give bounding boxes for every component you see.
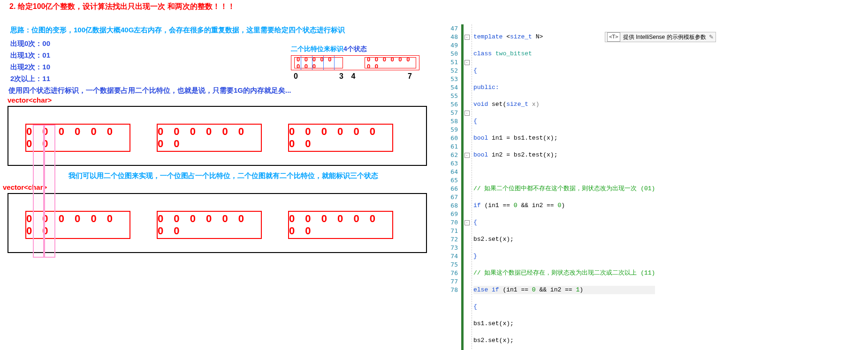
code-line-56: // 如果二个位图中都不存在这个数据，则状态改为出现一次 (01): [473, 185, 655, 193]
idea-text: 思路：位图的变形，100亿数据大概40G左右内存，会存在很多的重复数据，这里需要…: [10, 26, 439, 35]
mini-diagram: 二个比特位来标识4个状态 0 0 0 0 0 0 0 0 0 0 0 0 0 0…: [291, 45, 432, 81]
code-line-53: bool in1 = bs1.test(x);: [473, 134, 655, 142]
mini-caption: 二个比特位来标识4个状态: [291, 45, 432, 53]
code-body[interactable]: template <size_t N> <T> 提供 IntelliSense …: [473, 24, 655, 350]
tooltip-text: 提供 IntelliSense 的示例模板参数: [623, 33, 706, 41]
bitmap-1: 0 0 0 0 0 0 0 0 0 0 0 0 0 0 0 0 0 0 0 0 …: [8, 106, 427, 166]
code-line-55: [473, 168, 655, 176]
byte-2-2: 0 0 0 0 0 0 0 0: [288, 211, 393, 239]
mini-num-4: 4: [343, 72, 363, 81]
byte-1-1: 0 0 0 0 0 0 0 0: [157, 124, 262, 152]
bitmap-2: 0 0 0 0 0 0 0 0 0 0 0 0 0 0 0 0 0 0 0 0 …: [8, 193, 427, 253]
byte-1-0: 0 0 0 0 0 0 0 0: [25, 124, 130, 152]
byte-2-0: 0 0 0 0 0 0 0 0: [25, 211, 130, 239]
code-line-57: if (in1 == 0 && in2 == 0): [473, 201, 655, 210]
code-line-65: bs2.set(x);: [473, 336, 655, 345]
code-line-64: bs1.set(x);: [473, 320, 655, 328]
indent-guide: [472, 24, 472, 350]
byte-1-2: 0 0 0 0 0 0 0 0: [288, 124, 393, 152]
edit-icon[interactable]: ✎: [709, 33, 714, 41]
code-line-52: {: [473, 117, 655, 126]
fold-column[interactable]: - - - - -: [464, 24, 470, 350]
use-four-states: 使用四个状态进行标识，一个数据要占用二个比特位，也就是说，只需要1G的内存就足矣…: [8, 86, 439, 95]
code-line-58: {: [473, 218, 655, 227]
vector-char-label-1: vector<char>: [8, 96, 439, 104]
mini-row: 0 0 0 0 0 0 0 0 0 0 0 0 0 0 0 0: [291, 55, 419, 70]
code-line-59: bs2.set(x);: [473, 235, 655, 244]
code-line-51: void set(size_t x): [473, 100, 655, 109]
line-number-gutter: 47484950 51525354 55565758 59606162 6364…: [444, 24, 460, 350]
code-line-47: template <size_t N> <T> 提供 IntelliSense …: [473, 33, 655, 41]
code-line-60: }: [473, 252, 655, 261]
vector-char-label-2: vector<char>: [3, 183, 439, 191]
intellisense-tooltip[interactable]: <T> 提供 IntelliSense 的示例模板参数 ✎: [605, 32, 716, 42]
code-line-62: else if (in1 == 0 && in2 == 1): [473, 286, 655, 294]
byte-2-1: 0 0 0 0 0 0 0 0: [157, 211, 262, 239]
code-pane: 47484950 51525354 55565758 59606162 6364…: [444, 0, 868, 350]
tooltip-tag: <T>: [607, 32, 620, 42]
mini-num-0: 0: [294, 72, 300, 81]
code-line-48: class two_bitset: [473, 50, 655, 58]
code-line-54: bool in2 = bs2.test(x);: [473, 151, 655, 159]
mini-num-7: 7: [363, 72, 412, 81]
code-line-50: public:: [473, 83, 655, 92]
mini-caption-b: 4个状态: [343, 45, 367, 52]
mini-index-row: 0 3 4 7: [291, 72, 419, 81]
problem-title: 2. 给定100亿个整数，设计算法找出只出现一次 和两次的整数！！！: [9, 2, 439, 12]
code-line-49: {: [473, 67, 655, 75]
mini-box-right: 0 0 0 0 0 0 0 0: [365, 57, 416, 68]
code-line-63: {: [473, 303, 655, 311]
mini-num-3: 3: [300, 72, 343, 81]
two-bitmap-caption: 我们可以用二个位图来实现，一个位图占一个比特位，二个位图就有二个比特位，就能标识…: [8, 171, 439, 180]
code-line-61: // 如果这个数据已经存在，则状态改为出现二次或二次以上 (11): [473, 269, 655, 277]
mini-box-left: 0 0 0 0 0 0 0 0: [294, 57, 343, 68]
mini-caption-a: 二个比特位来标识: [291, 45, 343, 52]
